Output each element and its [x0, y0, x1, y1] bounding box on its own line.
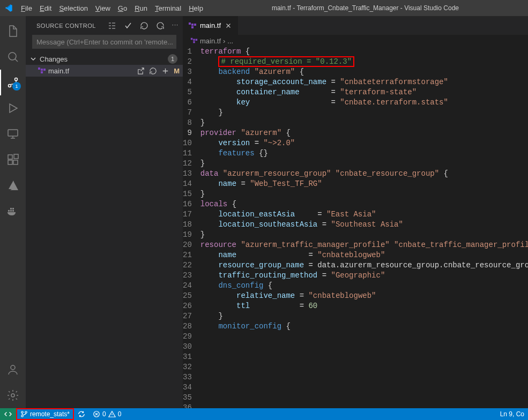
- menu-help[interactable]: Help: [185, 0, 207, 16]
- svg-rect-8: [14, 154, 18, 159]
- activity-run-debug[interactable]: [0, 95, 26, 121]
- menu-edit[interactable]: Edit: [36, 0, 55, 16]
- breadcrumb-file: main.tf: [200, 37, 221, 45]
- stage-icon[interactable]: [161, 67, 169, 75]
- discard-icon[interactable]: [149, 67, 157, 75]
- breadcrumb-sep: ›: [223, 37, 225, 45]
- svg-rect-10: [10, 210, 12, 212]
- activity-bar: 1: [0, 16, 26, 408]
- activity-extensions[interactable]: [0, 147, 26, 172]
- remote-icon: [4, 410, 12, 418]
- file-name: main.tf: [48, 67, 137, 75]
- svg-rect-21: [191, 24, 194, 26]
- svg-rect-17: [41, 69, 43, 71]
- tab-label: main.tf: [200, 21, 221, 29]
- menu-selection[interactable]: Selection: [55, 0, 91, 16]
- code-editor[interactable]: 1234567891011121314151617181920212223242…: [183, 47, 528, 408]
- menu-view[interactable]: View: [92, 0, 114, 16]
- menu-terminal[interactable]: Terminal: [151, 0, 185, 16]
- undo-icon[interactable]: [156, 21, 165, 30]
- svg-point-30: [25, 411, 27, 414]
- svg-rect-18: [43, 69, 46, 71]
- commit-icon[interactable]: [124, 21, 132, 30]
- svg-rect-11: [12, 210, 14, 212]
- scm-badge: 1: [12, 82, 21, 91]
- svg-rect-4: [8, 130, 18, 136]
- code-content[interactable]: terraform { # required_version = "0.12.3…: [200, 47, 528, 408]
- menu-file[interactable]: File: [17, 0, 36, 16]
- svg-point-2: [9, 85, 11, 87]
- svg-point-29: [21, 415, 24, 417]
- cursor-position[interactable]: Ln 9, Co: [496, 410, 528, 418]
- svg-rect-20: [189, 22, 191, 25]
- sidebar-title: SOURCE CONTROL: [36, 22, 96, 29]
- svg-rect-23: [191, 26, 194, 28]
- menu-run[interactable]: Run: [131, 0, 151, 16]
- svg-rect-5: [8, 155, 12, 159]
- changes-section[interactable]: Changes 1: [26, 53, 183, 65]
- remote-indicator[interactable]: [0, 408, 16, 420]
- svg-rect-6: [8, 160, 12, 164]
- svg-point-0: [9, 52, 16, 60]
- sync-icon: [78, 410, 85, 418]
- branch-icon: [20, 410, 28, 418]
- svg-rect-12: [10, 208, 12, 209]
- breadcrumb-more: ...: [227, 37, 233, 45]
- vscode-logo-icon: [4, 4, 13, 12]
- chevron-down-icon: [29, 55, 38, 63]
- activity-explorer[interactable]: [0, 18, 26, 44]
- editor-tabs: main.tf: [183, 16, 528, 35]
- status-bar: remote_stats* 0 0 Ln 9, Co: [0, 408, 528, 420]
- problems-status[interactable]: 0 0: [89, 408, 125, 420]
- svg-point-15: [11, 394, 14, 397]
- activity-search[interactable]: [0, 44, 26, 70]
- svg-rect-19: [41, 71, 43, 73]
- svg-rect-13: [12, 208, 14, 209]
- file-row-actions: M: [137, 67, 183, 75]
- git-branch-status[interactable]: remote_stats*: [16, 408, 74, 420]
- svg-rect-27: [193, 41, 195, 43]
- refresh-icon[interactable]: [140, 21, 148, 30]
- menu-go[interactable]: Go: [114, 0, 131, 16]
- svg-rect-16: [38, 68, 40, 70]
- window-title: main.tf - Terraform_Cnbate_Traffic_Manag…: [207, 4, 524, 12]
- open-file-icon[interactable]: [137, 67, 145, 75]
- menu-bar: File Edit Selection View Go Run Terminal…: [0, 0, 528, 16]
- editor-group: main.tf main.tf › ... 123456789101112131…: [183, 16, 528, 408]
- more-icon[interactable]: ···: [172, 21, 179, 30]
- svg-rect-22: [194, 24, 196, 26]
- changes-count: 1: [168, 54, 177, 64]
- sync-button[interactable]: [74, 408, 89, 420]
- tab-close-button[interactable]: [224, 21, 233, 30]
- branch-name: remote_stats*: [30, 410, 70, 418]
- terraform-file-icon: [38, 66, 46, 75]
- breadcrumbs[interactable]: main.tf › ...: [183, 35, 528, 47]
- file-status: M: [174, 67, 180, 75]
- warning-icon: [108, 410, 116, 418]
- activity-azure[interactable]: [0, 172, 26, 198]
- sidebar-scm: SOURCE CONTROL ··· Message (Ctrl+Enter t…: [26, 16, 183, 408]
- svg-rect-9: [8, 210, 10, 212]
- activity-accounts[interactable]: [0, 357, 26, 382]
- activity-settings[interactable]: [0, 382, 26, 408]
- terraform-file-icon: [188, 21, 197, 30]
- error-icon: [93, 410, 100, 418]
- tab-main-tf[interactable]: main.tf: [183, 16, 239, 35]
- view-tree-icon[interactable]: [108, 21, 116, 30]
- svg-point-28: [21, 411, 24, 414]
- svg-point-1: [15, 78, 18, 81]
- commit-message-input[interactable]: Message (Ctrl+Enter to commit on 'remote…: [32, 35, 176, 49]
- svg-rect-26: [196, 39, 198, 41]
- changes-label: Changes: [40, 55, 168, 63]
- line-numbers: 1234567891011121314151617181920212223242…: [183, 47, 200, 408]
- svg-rect-25: [193, 39, 195, 41]
- changed-file-row[interactable]: main.tf M: [26, 65, 183, 77]
- terraform-file-icon: [190, 37, 198, 44]
- svg-rect-24: [191, 38, 193, 40]
- activity-remote-explorer[interactable]: [0, 121, 26, 147]
- svg-rect-7: [13, 160, 18, 164]
- activity-docker[interactable]: [0, 198, 26, 224]
- svg-point-14: [11, 365, 15, 370]
- activity-scm[interactable]: 1: [0, 70, 26, 95]
